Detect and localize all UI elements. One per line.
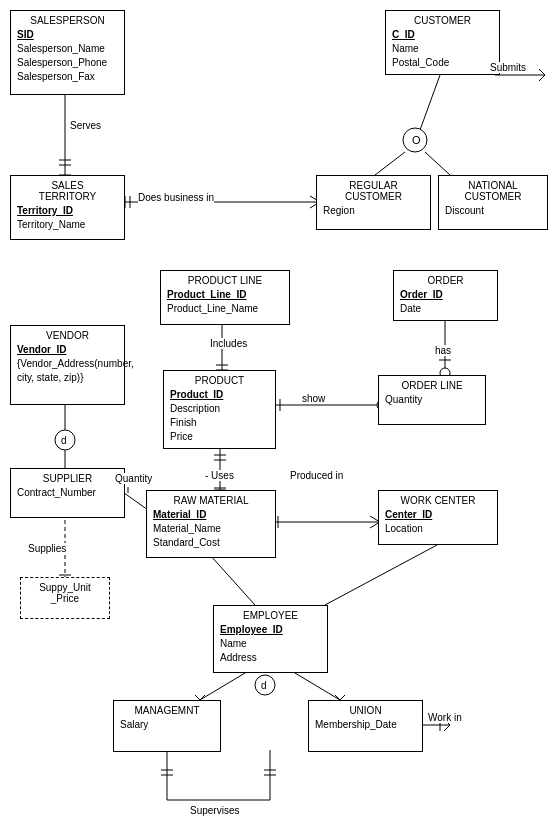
salesperson-pk: SID <box>17 28 118 42</box>
product-title: PRODUCT <box>170 375 269 386</box>
supervises-label: Supervises <box>190 805 239 816</box>
suppy-unit-price-title: Suppy_Unit_Price <box>27 582 103 604</box>
employee-pk: Employee_ID <box>220 623 321 637</box>
raw-material-entity: RAW MATERIAL Material_ID Material_Name S… <box>146 490 276 558</box>
has-label: has <box>435 345 451 356</box>
serves-label: Serves <box>70 120 101 131</box>
order-pk: Order_ID <box>400 288 491 302</box>
svg-point-8 <box>403 128 427 152</box>
product-entity: PRODUCT Product_ID Description Finish Pr… <box>163 370 276 449</box>
sales-territory-title: SALESTERRITORY <box>17 180 118 202</box>
customer-entity: CUSTOMER C_ID Name Postal_Code <box>385 10 500 75</box>
managemnt-title: MANAGEMNT <box>120 705 214 716</box>
union-entity: UNION Membership_Date <box>308 700 423 752</box>
salesperson-title: SALESPERSON <box>17 15 118 26</box>
material-pk: Material_ID <box>153 508 269 522</box>
svg-line-49 <box>325 545 437 605</box>
order-line-entity: ORDER LINE Quantity <box>378 375 486 425</box>
svg-line-11 <box>425 152 450 175</box>
erd-diagram: O d <box>0 0 560 837</box>
order-entity: ORDER Order_ID Date <box>393 270 498 321</box>
regular-customer-title: REGULARCUSTOMER <box>323 180 424 202</box>
submits-label: Submits <box>490 62 526 73</box>
supplier-entity: SUPPLIER Contract_Number <box>10 468 125 518</box>
svg-text:d: d <box>61 435 67 446</box>
svg-point-30 <box>55 430 75 450</box>
svg-text:d: d <box>261 680 267 691</box>
union-title: UNION <box>315 705 416 716</box>
does-business-label: Does business in <box>138 192 214 203</box>
work-center-entity: WORK CENTER Center_ID Location <box>378 490 498 545</box>
uses-label: - Uses <box>205 470 234 481</box>
sales-territory-entity: SALESTERRITORY Territory_ID Territory_Na… <box>10 175 125 240</box>
produced-in-label: Produced in <box>290 470 343 481</box>
territory-pk: Territory_ID <box>17 204 118 218</box>
work-in-label: Work in <box>428 712 462 723</box>
employee-title: EMPLOYEE <box>220 610 321 621</box>
svg-line-57 <box>290 670 340 700</box>
product-line-title: PRODUCT LINE <box>167 275 283 286</box>
svg-line-10 <box>375 152 405 175</box>
vendor-pk: Vendor_ID <box>17 343 118 357</box>
svg-line-5 <box>539 69 545 75</box>
order-title: ORDER <box>400 275 491 286</box>
svg-line-64 <box>444 725 450 731</box>
managemnt-entity: MANAGEMNT Salary <box>113 700 221 752</box>
product-line-entity: PRODUCT LINE Product_Line_ID Product_Lin… <box>160 270 290 325</box>
supplier-title: SUPPLIER <box>17 473 118 484</box>
quantity-label: Quantity <box>115 473 152 484</box>
show-label: show <box>302 393 325 404</box>
regular-customer-entity: REGULARCUSTOMER Region <box>316 175 431 230</box>
national-customer-title: NATIONALCUSTOMER <box>445 180 541 202</box>
product-pk: Product_ID <box>170 388 269 402</box>
svg-text:O: O <box>412 134 421 146</box>
svg-line-54 <box>200 670 250 700</box>
order-line-title: ORDER LINE <box>385 380 479 391</box>
svg-line-51 <box>210 555 255 605</box>
salesperson-entity: SALESPERSON SID Salesperson_Name Salespe… <box>10 10 125 95</box>
svg-point-60 <box>255 675 275 695</box>
vendor-entity: VENDOR Vendor_ID {Vendor_Address(number,… <box>10 325 125 405</box>
product-line-pk: Product_Line_ID <box>167 288 283 302</box>
includes-label: Includes <box>210 338 247 349</box>
work-center-title: WORK CENTER <box>385 495 491 506</box>
vendor-title: VENDOR <box>17 330 118 341</box>
center-pk: Center_ID <box>385 508 491 522</box>
customer-pk: C_ID <box>392 28 493 42</box>
supplies-label: Supplies <box>28 543 66 554</box>
svg-line-6 <box>539 75 545 81</box>
svg-line-7 <box>420 75 440 130</box>
customer-title: CUSTOMER <box>392 15 493 26</box>
suppy-unit-price-entity: Suppy_Unit_Price <box>20 577 110 619</box>
employee-entity: EMPLOYEE Employee_ID Name Address <box>213 605 328 673</box>
raw-material-title: RAW MATERIAL <box>153 495 269 506</box>
national-customer-entity: NATIONALCUSTOMER Discount <box>438 175 548 230</box>
